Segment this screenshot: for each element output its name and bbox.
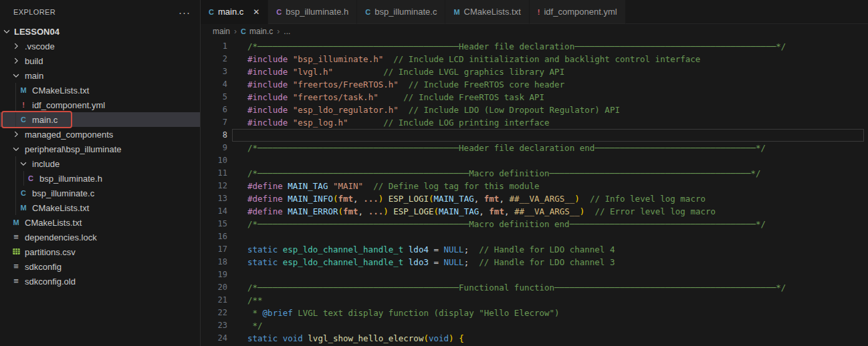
- line-number: 8: [201, 129, 227, 142]
- sidebar-item-managed-components[interactable]: managed_components: [0, 127, 200, 142]
- sidebar-item-sdkconfig[interactable]: ≡sdkconfig: [0, 259, 200, 274]
- code-token: #include: [247, 105, 288, 115]
- tab-idf-component-yml[interactable]: !idf_component.yml: [530, 0, 626, 24]
- sidebar-item-sdkconfig-old[interactable]: ≡sdkconfig.old: [0, 274, 200, 289]
- sidebar-item-build[interactable]: build: [0, 53, 200, 68]
- code-line-23[interactable]: 23 */: [201, 319, 868, 332]
- indent-spacer: [0, 267, 11, 267]
- code-token: // Include FreeRTOS task API: [403, 92, 544, 102]
- code-token: [288, 92, 293, 102]
- code-token: ...: [363, 194, 378, 204]
- code-token: #define: [247, 194, 283, 204]
- close-icon[interactable]: ✕: [253, 7, 259, 17]
- code-token: /*──────────────────────────────────────…: [247, 219, 766, 229]
- breadcrumb-label: main.c: [249, 27, 273, 36]
- tab-cmakelists-txt[interactable]: MCMakeLists.txt: [445, 0, 529, 24]
- line-number: 22: [201, 307, 227, 319]
- code-token: (: [423, 333, 429, 343]
- explorer-header: EXPLORER ···: [0, 0, 200, 24]
- code-token: [580, 194, 590, 204]
- line-text: [227, 154, 868, 167]
- code-line-1[interactable]: 1/*─────────────────────────────────────…: [201, 40, 868, 53]
- sidebar-item-main[interactable]: main: [0, 68, 200, 83]
- code-token: [278, 333, 283, 343]
- tab-main-c[interactable]: Cmain.c✕: [201, 0, 268, 24]
- breadcrumb-item-main-c[interactable]: Cmain.c: [241, 27, 273, 36]
- code-line-17[interactable]: 17static esp_ldo_channel_handle_t ldo4 =…: [201, 243, 868, 256]
- tab-label: main.c: [218, 7, 243, 17]
- code-token: "esp_log.h": [293, 118, 348, 128]
- indent-guide: [15, 83, 16, 127]
- sidebar-item-peripheral-bsp-illuminate[interactable]: peripheral\bsp_illuminate: [0, 142, 200, 156]
- code-token: "MAIN": [333, 181, 363, 191]
- code-token: {: [459, 333, 464, 343]
- tab-bsp-illuminate-h[interactable]: Cbsp_illuminate.h: [268, 0, 357, 24]
- code-line-19[interactable]: 19: [201, 269, 868, 281]
- code-token: "bsp_illuminate.h": [293, 54, 383, 64]
- code-line-7[interactable]: 7#include "esp_log.h" // Include LOG pri…: [201, 116, 868, 129]
- code-token: (: [434, 206, 439, 216]
- code-token: // Include LOG printing interface: [383, 118, 549, 128]
- tab-label: idf_component.yml: [544, 7, 617, 17]
- code-token: ;: [464, 257, 479, 267]
- code-line-21[interactable]: 21/**: [201, 294, 868, 307]
- sidebar-item-lesson04[interactable]: LESSON04: [0, 24, 200, 39]
- sidebar-item-cmakelists-txt[interactable]: MCMakeLists.txt: [0, 215, 200, 230]
- line-number: 24: [201, 332, 227, 345]
- code-token: #include: [247, 79, 288, 90]
- code-line-24[interactable]: 24static void lvgl_show_hello_elecrow(vo…: [201, 332, 868, 345]
- item-label: CMakeLists.txt: [25, 218, 82, 228]
- code-token: static: [247, 333, 278, 343]
- code-token: #define: [247, 206, 283, 216]
- line-text: #include "esp_ldo_regulator.h" // Includ…: [227, 104, 868, 116]
- code-line-22[interactable]: 22 * @brief LVGL text display function (…: [201, 307, 868, 319]
- sidebar-item-bsp-illuminate-c[interactable]: Cbsp_illuminate.c: [0, 186, 200, 200]
- code-token: ##__VA_ARGS__: [514, 206, 580, 216]
- line-text: #include "freertos/FreeRTOS.h" // Includ…: [227, 78, 868, 91]
- breadcrumb-item-main[interactable]: main: [213, 27, 230, 36]
- code-line-15[interactable]: 15/*────────────────────────────────────…: [201, 218, 868, 230]
- sidebar-item-cmakelists-txt[interactable]: MCMakeLists.txt: [0, 200, 200, 215]
- sidebar-item-bsp-illuminate-h[interactable]: Cbsp_illuminate.h: [0, 171, 200, 186]
- code-line-18[interactable]: 18static esp_ldo_channel_handle_t ldo3 =…: [201, 256, 868, 269]
- code-line-9[interactable]: 9/*─────────────────────────────────────…: [201, 142, 868, 154]
- code-token: "freertos/task.h": [293, 92, 378, 102]
- code-line-16[interactable]: 16: [201, 230, 868, 243]
- code-token: ): [383, 206, 389, 216]
- tab-strip: Cmain.c✕Cbsp_illuminate.hCbsp_illuminate…: [201, 0, 868, 24]
- sidebar-item-partitions-csv[interactable]: partitions.csv: [0, 244, 200, 259]
- sidebar-item-idf-component-yml[interactable]: !idf_component.yml: [0, 98, 200, 112]
- tab-file-icon: C: [365, 8, 370, 16]
- more-actions-icon[interactable]: ···: [179, 7, 191, 17]
- line-text: #include "freertos/task.h" // Include Fr…: [227, 91, 868, 104]
- tab-bsp-illuminate-c[interactable]: Cbsp_illuminate.c: [357, 0, 445, 24]
- code-line-2[interactable]: 2#include "bsp_illuminate.h" // Include …: [201, 53, 868, 65]
- code-line-11[interactable]: 11/*────────────────────────────────────…: [201, 167, 868, 180]
- tab-file-icon: C: [276, 8, 282, 16]
- code-token: "freertos/FreeRTOS.h": [293, 79, 399, 90]
- breadcrumb-item-[interactable]: ...: [284, 27, 290, 36]
- sidebar-item-dependencies-lock[interactable]: ≡dependencies.lock: [0, 230, 200, 244]
- sidebar-item-cmakelists-txt[interactable]: MCMakeLists.txt: [0, 83, 200, 98]
- code-token: #include: [247, 54, 288, 64]
- code-token: // Handle for LDO channel 4: [479, 244, 615, 254]
- code-line-13[interactable]: 13#define MAIN_INFO(fmt, ...) ESP_LOGI(M…: [201, 192, 868, 205]
- code-token: ,: [504, 206, 514, 216]
- sidebar-item-main-c[interactable]: Cmain.c: [0, 112, 200, 127]
- code-line-5[interactable]: 5#include "freertos/task.h" // Include F…: [201, 91, 868, 104]
- code-line-3[interactable]: 3#include "lvgl.h" // Include LVGL graph…: [201, 65, 868, 78]
- code-line-12[interactable]: 12#define MAIN_TAG "MAIN" // Define log …: [201, 180, 868, 192]
- chevron-down-icon: [11, 144, 21, 154]
- code-line-10[interactable]: 10: [201, 154, 868, 167]
- code-line-8[interactable]: 8: [201, 129, 868, 142]
- code-line-6[interactable]: 6#include "esp_ldo_regulator.h" // Inclu…: [201, 104, 868, 116]
- tab-label: bsp_illuminate.h: [286, 7, 348, 17]
- indent-spacer: [0, 75, 11, 76]
- code-line-20[interactable]: 20/*────────────────────────────────────…: [201, 281, 868, 294]
- code-line-14[interactable]: 14#define MAIN_ERROR(fmt, ...) ESP_LOGE(…: [201, 205, 868, 218]
- code-line-4[interactable]: 4#include "freertos/FreeRTOS.h" // Inclu…: [201, 78, 868, 91]
- item-label: LESSON04: [14, 27, 60, 37]
- sidebar-item-include[interactable]: include: [0, 156, 200, 171]
- file-icon: ≡: [11, 276, 21, 287]
- sidebar-item-vscode[interactable]: .vscode: [0, 39, 200, 53]
